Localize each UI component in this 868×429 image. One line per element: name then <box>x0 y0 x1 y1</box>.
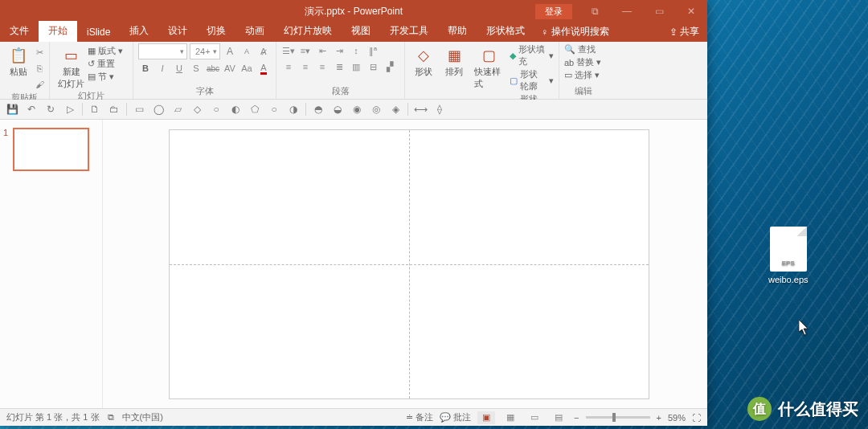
qat-shape8[interactable]: ○ <box>267 104 281 115</box>
cut-button[interactable]: ✂ <box>32 45 47 59</box>
tab-help[interactable]: 帮助 <box>438 21 477 42</box>
status-language[interactable]: 中文(中国) <box>122 411 163 423</box>
accessibility-icon[interactable]: ⧉ <box>108 412 114 423</box>
char-spacing-button[interactable]: AV <box>223 61 237 76</box>
fit-window-button[interactable]: ⛶ <box>692 413 701 423</box>
normal-view-button[interactable]: ▣ <box>477 411 495 424</box>
tell-me-label: 操作说明搜索 <box>551 25 609 39</box>
qat-shape2[interactable]: ◯ <box>151 104 166 115</box>
bold-button[interactable]: B <box>138 61 153 76</box>
qat-undo[interactable]: ↶ <box>24 104 39 115</box>
tab-developer[interactable]: 开发工具 <box>380 21 438 42</box>
replace-button[interactable]: ab替换▾ <box>564 56 603 68</box>
select-button[interactable]: ▭选择▾ <box>564 69 603 81</box>
list-level-inc-button[interactable]: ⇥ <box>332 43 346 58</box>
clear-format-button[interactable]: A̷ <box>256 44 271 59</box>
tab-view[interactable]: 视图 <box>342 21 380 42</box>
qat-combine3[interactable]: ◉ <box>350 104 364 115</box>
qat-align-h[interactable]: ⟷ <box>413 104 428 115</box>
strike-button[interactable]: abc <box>206 61 220 76</box>
tab-slideshow[interactable]: 幻灯片放映 <box>274 21 342 42</box>
close-button[interactable]: ✕ <box>675 0 707 22</box>
shrink-font-button[interactable]: A <box>240 44 254 59</box>
zoom-slider[interactable] <box>586 416 650 419</box>
text-direction-button[interactable]: ‖ª <box>366 43 380 58</box>
font-name-combo[interactable] <box>138 43 187 59</box>
tab-insert[interactable]: 插入 <box>120 21 158 42</box>
sorter-view-button[interactable]: ▦ <box>502 411 519 424</box>
shadow-button[interactable]: S <box>189 61 203 76</box>
tab-home[interactable]: 开始 <box>39 21 77 42</box>
change-case-button[interactable]: Aa <box>240 61 254 76</box>
line-spacing-button[interactable]: ↕ <box>349 43 363 58</box>
zoom-level[interactable]: 59% <box>668 413 686 423</box>
copy-button[interactable]: ⎘ <box>32 61 47 76</box>
numbering-button[interactable]: ≡▾ <box>298 43 313 58</box>
zoom-out-button[interactable]: − <box>574 413 579 423</box>
desktop-file-weibo[interactable]: weibo.eps <box>768 227 809 284</box>
tell-me-search[interactable]: ♀ 操作说明搜索 <box>534 25 616 42</box>
restore-button[interactable]: ▭ <box>643 0 675 22</box>
font-size-combo[interactable]: 24+ <box>190 43 220 59</box>
shape-fill-button[interactable]: ◆形状填充▾ <box>510 43 554 67</box>
tab-islide[interactable]: iSlide <box>77 23 120 42</box>
qat-start[interactable]: ▷ <box>63 104 77 115</box>
justify-button[interactable]: ≣ <box>332 59 346 74</box>
align-right-button[interactable]: ≡ <box>315 59 330 74</box>
list-level-button[interactable]: ⇤ <box>315 43 330 58</box>
qat-shape9[interactable]: ◑ <box>286 104 301 115</box>
slide-thumbnail-1[interactable]: 1 <box>3 128 99 171</box>
slide-canvas-area[interactable] <box>103 120 707 408</box>
smartart-button[interactable]: ▞ <box>383 59 397 74</box>
tab-transitions[interactable]: 切换 <box>197 21 235 42</box>
qat-combine4[interactable]: ◎ <box>369 104 383 115</box>
qat-shape7[interactable]: ⬠ <box>248 104 262 115</box>
paste-button[interactable]: 📋 粘贴 <box>5 43 32 92</box>
minimize-button[interactable]: — <box>611 0 643 22</box>
qat-combine2[interactable]: ◒ <box>330 104 345 115</box>
cascade-button[interactable]: ⧉ <box>579 0 611 22</box>
qat-shape6[interactable]: ◐ <box>228 104 243 115</box>
align-center-button[interactable]: ≡ <box>298 59 313 74</box>
slideshow-view-button[interactable]: ▤ <box>550 411 567 424</box>
comments-button[interactable]: 💬 批注 <box>440 411 471 423</box>
slide-canvas[interactable] <box>169 129 649 399</box>
align-text-button[interactable]: ⊟ <box>366 59 380 74</box>
columns-button[interactable]: ▥ <box>349 59 363 74</box>
thumbnail-pane[interactable]: 1 <box>0 120 103 408</box>
guide-vertical[interactable] <box>409 130 410 398</box>
section-button[interactable]: ▤节▾ <box>88 71 123 83</box>
qat-open[interactable]: 🗀 <box>107 104 121 115</box>
tab-design[interactable]: 设计 <box>158 21 197 42</box>
qat-shape1[interactable]: ▭ <box>132 104 146 115</box>
layout-button[interactable]: ▦版式▾ <box>88 45 123 57</box>
font-color-button[interactable]: A <box>256 61 271 76</box>
qat-shape4[interactable]: ◇ <box>190 104 204 115</box>
qat-combine1[interactable]: ◓ <box>311 104 326 115</box>
find-button[interactable]: 🔍查找 <box>564 43 603 55</box>
underline-button[interactable]: U <box>172 61 186 76</box>
tab-shapeformat[interactable]: 形状格式 <box>477 21 534 42</box>
login-button[interactable]: 登录 <box>535 4 572 19</box>
zoom-in-button[interactable]: + <box>657 413 661 423</box>
new-slide-button[interactable]: ▭ 新建 幻灯片 <box>55 43 88 90</box>
notes-button[interactable]: ≐ 备注 <box>406 411 433 423</box>
shape-outline-button[interactable]: ▢形状轮廓▾ <box>510 68 554 92</box>
qat-shape5[interactable]: ○ <box>209 104 223 115</box>
qat-align-v[interactable]: ⟠ <box>432 104 447 115</box>
format-painter-button[interactable]: 🖌 <box>32 77 47 92</box>
share-button[interactable]: ⇪ 共享 <box>669 25 699 39</box>
qat-new[interactable]: 🗋 <box>88 104 102 115</box>
reset-button[interactable]: ↺重置 <box>88 58 123 70</box>
reading-view-button[interactable]: ▭ <box>526 411 543 424</box>
italic-button[interactable]: I <box>155 61 170 76</box>
tab-file[interactable]: 文件 <box>0 21 39 42</box>
bullets-button[interactable]: ☰▾ <box>281 43 296 58</box>
grow-font-button[interactable]: A <box>223 44 237 59</box>
tab-animations[interactable]: 动画 <box>235 21 274 42</box>
qat-shape3[interactable]: ▱ <box>170 104 185 115</box>
qat-combine5[interactable]: ◈ <box>388 104 403 115</box>
align-left-button[interactable]: ≡ <box>281 59 296 74</box>
qat-redo[interactable]: ↻ <box>43 104 58 115</box>
qat-save[interactable]: 💾 <box>5 104 19 115</box>
